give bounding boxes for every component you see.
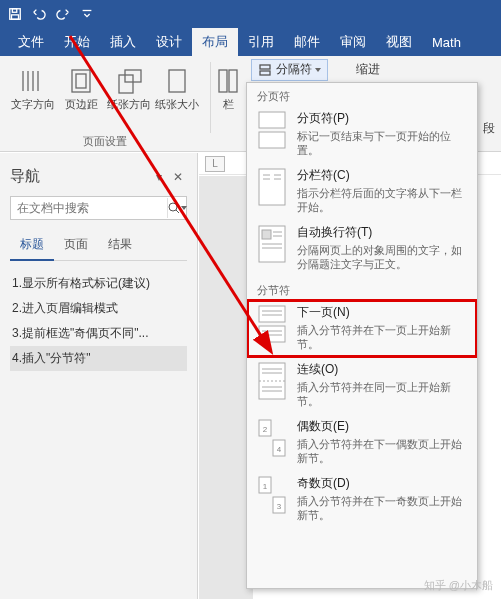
svg-rect-8 [72,70,90,92]
svg-rect-19 [259,112,285,128]
nav-item[interactable]: 4.插入"分节符" [10,346,187,371]
margins-label: 页边距 [65,98,98,111]
svg-rect-35 [259,326,285,342]
nav-list: 1.显示所有格式标记(建议) 2.进入页眉编辑模式 3.提前框选"奇偶页不同".… [10,271,187,371]
nav-item[interactable]: 1.显示所有格式标记(建议) [10,271,187,296]
svg-rect-13 [219,70,227,92]
orientation-icon [114,66,144,96]
section-break-continuous[interactable]: 连续(O)插入分节符并在同一页上开始新节。 [247,357,477,414]
textwrap-break-icon [255,224,289,266]
orientation-label: 纸张方向 [107,98,151,111]
evenpage-break-icon: 24 [255,418,289,460]
chevron-down-icon [315,68,321,72]
svg-text:1: 1 [263,482,268,491]
svg-rect-15 [260,65,270,69]
nav-tab-headings[interactable]: 标题 [10,232,54,261]
svg-rect-21 [259,169,285,205]
tab-math[interactable]: Math [422,28,471,56]
text-direction-label: 文字方向 [11,98,55,111]
tab-references[interactable]: 引用 [238,28,284,56]
section-break-even-page[interactable]: 24 偶数页(E)插入分节符并在下一偶数页上开始新节。 [247,414,477,471]
save-icon[interactable] [4,3,26,25]
columns-icon [213,66,243,96]
continuous-break-icon [255,361,289,403]
nav-dropdown-icon[interactable]: ▾ [152,170,166,184]
quick-access-toolbar [0,0,501,28]
ruler-corner: L [205,156,225,172]
svg-rect-12 [169,70,185,92]
tab-view[interactable]: 视图 [376,28,422,56]
nextpage-break-icon [255,304,289,346]
svg-rect-9 [76,74,86,88]
ribbon-tabs: 文件 开始 插入 设计 布局 引用 邮件 审阅 视图 Math [0,28,501,56]
text-direction-button[interactable]: 文字方向 [11,64,55,111]
nav-item[interactable]: 3.提前框选"奇偶页不同"... [10,321,187,346]
svg-line-18 [176,210,179,213]
tab-insert[interactable]: 插入 [100,28,146,56]
nav-tab-results[interactable]: 结果 [98,232,142,260]
line-numbers-button[interactable]: 缩进 [350,59,386,81]
nav-tab-pages[interactable]: 页面 [54,232,98,260]
page-break-icon [255,110,289,152]
nav-close-icon[interactable]: ✕ [169,170,187,184]
size-label: 纸张大小 [155,98,199,111]
size-icon [162,66,192,96]
indent-label: 缩进 [356,61,380,78]
breaks-section1-title: 分页符 [247,83,477,106]
svg-rect-2 [12,15,19,19]
breaks-menu-button[interactable]: 分隔符 [251,59,328,81]
tab-home[interactable]: 开始 [54,28,100,56]
search-box[interactable] [10,196,187,220]
tab-layout[interactable]: 布局 [192,28,238,56]
svg-rect-10 [119,75,133,93]
column-break-icon [255,167,289,209]
nav-tabs: 标题 页面 结果 [10,232,187,261]
watermark: 知乎 @小木船 [424,578,493,593]
columns-label: 栏 [223,98,234,111]
svg-rect-16 [260,71,270,75]
paragraph-partial: 段 [481,118,501,139]
svg-rect-14 [229,70,237,92]
document-area[interactable] [199,176,253,599]
text-direction-icon [18,66,48,96]
section-break-next-page[interactable]: 下一页(N)插入分节符并在下一页上开始新节。 [247,300,477,357]
section-break-odd-page[interactable]: 13 奇数页(D)插入分节符并在下一奇数页上开始新节。 [247,471,477,528]
tab-design[interactable]: 设计 [146,28,192,56]
svg-rect-20 [259,132,285,148]
tab-file[interactable]: 文件 [8,28,54,56]
search-input[interactable] [17,201,167,215]
svg-rect-1 [12,9,16,13]
tab-review[interactable]: 审阅 [330,28,376,56]
svg-point-17 [169,203,177,211]
navigation-pane: 导航 ▾ ✕ 标题 页面 结果 1.显示所有格式标记(建议) 2.进入页眉编辑模… [0,153,198,599]
margins-icon [66,66,96,96]
svg-text:2: 2 [263,425,268,434]
break-textwrap[interactable]: 自动换行符(T)分隔网页上的对象周围的文字，如分隔题注文字与正文。 [247,220,477,277]
svg-text:4: 4 [277,445,282,454]
qat-customize-icon[interactable] [76,3,98,25]
svg-text:3: 3 [277,502,282,511]
breaks-dropdown: 分页符 分页符(P)标记一页结束与下一页开始的位置。 分栏符(C)指示分栏符后面… [246,82,478,589]
search-icon[interactable] [167,198,187,218]
group-page-setup-label: 页面设置 [0,134,210,149]
oddpage-break-icon: 13 [255,475,289,517]
break-column[interactable]: 分栏符(C)指示分栏符后面的文字将从下一栏开始。 [247,163,477,220]
nav-item[interactable]: 2.进入页眉编辑模式 [10,296,187,321]
breaks-section2-title: 分节符 [247,277,477,300]
redo-icon[interactable] [52,3,74,25]
columns-button[interactable]: 栏 [212,64,244,111]
tab-mailings[interactable]: 邮件 [284,28,330,56]
undo-icon[interactable] [28,3,50,25]
orientation-button[interactable]: 纸张方向 [107,64,151,111]
size-button[interactable]: 纸张大小 [155,64,199,111]
break-page[interactable]: 分页符(P)标记一页结束与下一页开始的位置。 [247,106,477,163]
breaks-menu-label: 分隔符 [276,61,312,78]
margins-button[interactable]: 页边距 [59,64,103,111]
svg-rect-32 [259,306,285,322]
svg-rect-27 [262,230,271,239]
navigation-title: 导航 [10,167,40,186]
